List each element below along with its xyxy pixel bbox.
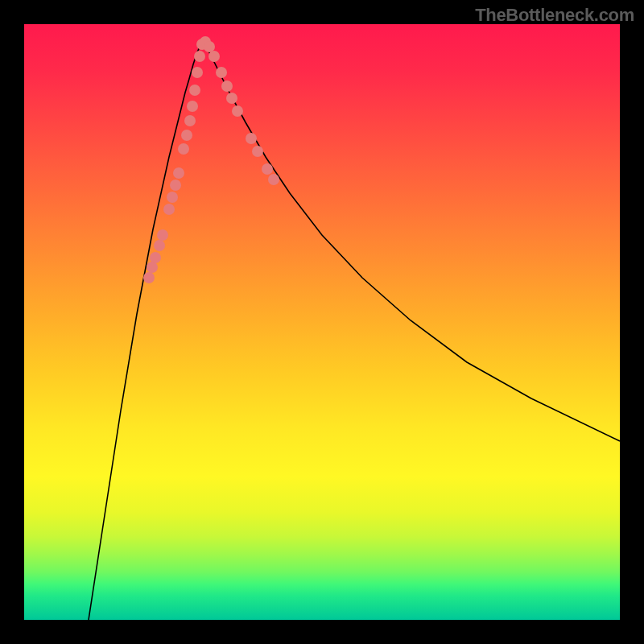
marker-dot [232, 105, 243, 117]
marker-dot [208, 51, 220, 62]
marker-dot [184, 115, 196, 126]
marker-dot [178, 143, 189, 155]
watermark-text: TheBottleneck.com [475, 5, 634, 26]
marker-dot [167, 192, 178, 203]
left-curve [89, 41, 203, 620]
marker-dot [147, 262, 158, 273]
marker-dot [192, 67, 203, 78]
marker-dot [173, 167, 184, 179]
marker-dot [189, 85, 200, 96]
marker-dot [150, 252, 161, 263]
highlight-markers [143, 36, 279, 283]
curves-svg [24, 24, 620, 620]
marker-dot [181, 130, 192, 141]
marker-dot [226, 93, 237, 104]
marker-dot [154, 240, 165, 251]
marker-dot [194, 51, 205, 62]
marker-dot [143, 272, 155, 283]
marker-dot [157, 229, 168, 241]
marker-dot [221, 80, 233, 92]
marker-dot [163, 204, 175, 215]
marker-dot [170, 180, 181, 191]
marker-dot [204, 41, 215, 52]
marker-dot [262, 163, 273, 175]
marker-dot [268, 174, 279, 185]
chart-container: TheBottleneck.com [0, 0, 644, 644]
marker-dot [216, 67, 227, 78]
right-curve [203, 41, 620, 441]
marker-dot [246, 133, 257, 144]
marker-dot [252, 146, 263, 157]
marker-dot [187, 101, 198, 112]
curve-group [89, 41, 620, 620]
plot-area [24, 24, 620, 620]
